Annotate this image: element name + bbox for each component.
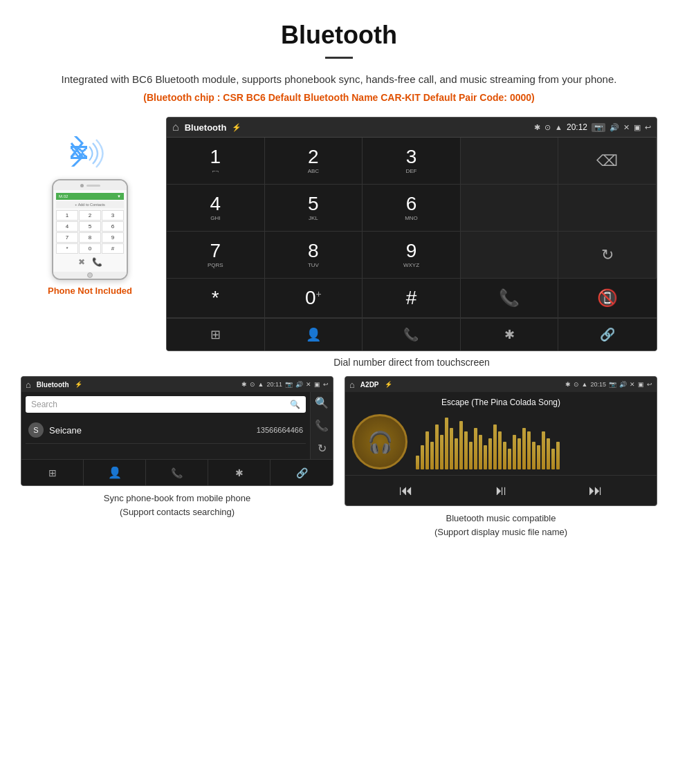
equalizer	[416, 414, 650, 469]
key-0[interactable]: 0+	[265, 279, 363, 318]
album-art: 🎧	[352, 414, 407, 469]
play-pause-button[interactable]: ⏯	[494, 483, 508, 498]
contact-number: 13566664466	[257, 426, 303, 434]
key-6[interactable]: 6 MNO	[363, 185, 461, 232]
phone-add-contact: + Add to Contacts	[56, 201, 124, 208]
phone-key-7: 7	[56, 232, 78, 243]
contact-avatar: S	[28, 422, 44, 438]
phone-mockup: M.02▼ + Add to Contacts 1 2 3 4 5 6 7 8 …	[52, 179, 128, 280]
key-star[interactable]: *	[167, 279, 265, 318]
status-right: ✱ ⊙ ▲ 20:12 📷 🔊 ✕ ▣ ↩	[534, 122, 651, 132]
eq-bar	[513, 435, 516, 469]
phone-key-2: 2	[79, 210, 101, 221]
eq-bar	[551, 449, 555, 469]
next-track-button[interactable]: ⏭	[589, 483, 603, 498]
page-description: Integrated with BC6 Bluetooth module, su…	[55, 71, 623, 88]
bt-symbol-icon	[66, 136, 88, 167]
phone-home-button	[87, 272, 93, 278]
key-hash[interactable]: #	[363, 279, 461, 318]
key-2[interactable]: 2 ABC	[265, 138, 363, 185]
eq-bar	[503, 442, 506, 469]
music-status-left: ⌂ A2DP ⚡	[349, 380, 392, 390]
nav-dialpad[interactable]: ⊞	[167, 319, 265, 351]
music-home-icon[interactable]: ⌂	[349, 380, 355, 390]
pb-search-icon[interactable]: 🔍	[315, 396, 329, 409]
eq-bar	[547, 438, 550, 469]
music-screen: ⌂ A2DP ⚡ ✱ ⊙ ▲ 20:15 📷 🔊 ✕ ▣ ↩	[345, 376, 657, 506]
eq-bar	[421, 445, 424, 469]
search-bar[interactable]: Search 🔍	[26, 396, 306, 413]
phonebook-caption: Sync phone-book from mobile phone (Suppo…	[21, 486, 333, 521]
eq-bar	[459, 421, 463, 469]
key-4[interactable]: 4 GHI	[167, 185, 265, 232]
contact-row[interactable]: S Seicane 13566664466	[26, 417, 306, 444]
pb-volume-icon: 🔊	[295, 381, 303, 388]
phonebook-status-icons: ✱ ⊙ ▲ 20:11 📷 🔊 ✕ ▣ ↩	[241, 381, 329, 388]
key-9[interactable]: 9 WXYZ	[363, 232, 461, 279]
pb-nav-recents[interactable]: 📞	[146, 460, 208, 485]
music-back-icon[interactable]: ↩	[647, 381, 652, 388]
music-cover-area: 🎧	[352, 414, 650, 469]
phonebook-home-icon[interactable]: ⌂	[26, 380, 31, 390]
bt-music-icon: 🎧	[367, 430, 393, 454]
hangup-icon: 📵	[597, 288, 618, 308]
nav-recents[interactable]: 📞	[363, 319, 461, 351]
page-specs: (Bluetooth chip : CSR BC6 Default Blueto…	[55, 92, 623, 103]
music-volume-icon: 🔊	[619, 381, 627, 388]
pb-refresh-icon[interactable]: ↻	[318, 442, 327, 455]
eq-bar	[488, 438, 492, 469]
key-5[interactable]: 5 JKL	[265, 185, 363, 232]
key-8[interactable]: 8 TUV	[265, 232, 363, 279]
phone-key-8: 8	[79, 232, 101, 243]
music-camera-icon: 📷	[609, 381, 616, 388]
nav-bluetooth[interactable]: ✱	[461, 319, 559, 351]
call-button[interactable]: 📞	[461, 279, 559, 318]
music-status-icons: ✱ ⊙ ▲ 20:15 📷 🔊 ✕ ▣ ↩	[565, 381, 652, 388]
window-icon: ▣	[634, 123, 641, 132]
backspace-button[interactable]: ⌫	[558, 138, 657, 185]
empty-row3-4	[461, 232, 559, 279]
key-1[interactable]: 1 ⌐¬	[167, 138, 265, 185]
phonebook-status-bar: ⌂ Bluetooth ⚡ ✱ ⊙ ▲ 20:11 📷 🔊 ✕ ▣ ↩	[21, 377, 333, 392]
dial-device-screen: ⌂ Bluetooth ⚡ ✱ ⊙ ▲ 20:12 📷 🔊 ✕ ▣ ↩	[166, 117, 657, 351]
key-3[interactable]: 3 DEF	[363, 138, 461, 185]
phone-key-5: 5	[79, 221, 101, 232]
music-title: A2DP	[360, 381, 379, 389]
volume-icon: 🔊	[610, 123, 619, 132]
pb-nav-bluetooth[interactable]: ✱	[208, 460, 271, 485]
prev-track-button[interactable]: ⏮	[399, 483, 413, 498]
music-controls: ⏮ ⏯ ⏭	[345, 475, 657, 505]
phonebook-status-left: ⌂ Bluetooth ⚡	[26, 380, 82, 390]
pb-nav-link[interactable]: 🔗	[271, 460, 333, 485]
key-7[interactable]: 7 PQRS	[167, 232, 265, 279]
nav-settings[interactable]: 🔗	[558, 319, 657, 351]
dial-screen-section: ⌂ Bluetooth ⚡ ✱ ⊙ ▲ 20:12 📷 🔊 ✕ ▣ ↩	[159, 117, 657, 376]
bluetooth-waves: ⯴	[62, 131, 118, 172]
back-icon[interactable]: ↩	[645, 123, 651, 132]
eq-bar	[542, 431, 545, 469]
eq-bar	[537, 445, 540, 469]
refresh-button[interactable]: ↻	[558, 232, 657, 279]
music-panel: ⌂ A2DP ⚡ ✱ ⊙ ▲ 20:15 📷 🔊 ✕ ▣ ↩	[339, 376, 657, 541]
eq-bar	[522, 428, 526, 469]
eq-bar	[517, 438, 521, 469]
pb-back-icon[interactable]: ↩	[323, 381, 329, 388]
phonebook-title: Bluetooth	[37, 381, 69, 389]
empty-row2-5	[558, 185, 657, 232]
eq-bar	[430, 442, 434, 469]
dial-status-bar: ⌂ Bluetooth ⚡ ✱ ⊙ ▲ 20:12 📷 🔊 ✕ ▣ ↩	[167, 118, 657, 137]
nav-contacts[interactable]: 👤	[265, 319, 363, 351]
pb-nav-contacts[interactable]: 👤	[84, 460, 146, 485]
eq-bar	[498, 431, 502, 469]
eq-bar	[556, 442, 560, 469]
signal-icon: ▲	[555, 123, 562, 131]
music-caption: Bluetooth music compatible (Support disp…	[345, 506, 657, 541]
hangup-button[interactable]: 📵	[558, 279, 657, 318]
pb-call-icon[interactable]: 📞	[315, 419, 329, 432]
music-time: 20:15	[590, 381, 606, 388]
music-window-icon: ▣	[638, 381, 644, 388]
home-icon[interactable]: ⌂	[172, 121, 179, 133]
phone-bottom-bar	[53, 272, 127, 279]
display-area	[461, 138, 559, 185]
pb-nav-dialpad[interactable]: ⊞	[21, 460, 84, 485]
